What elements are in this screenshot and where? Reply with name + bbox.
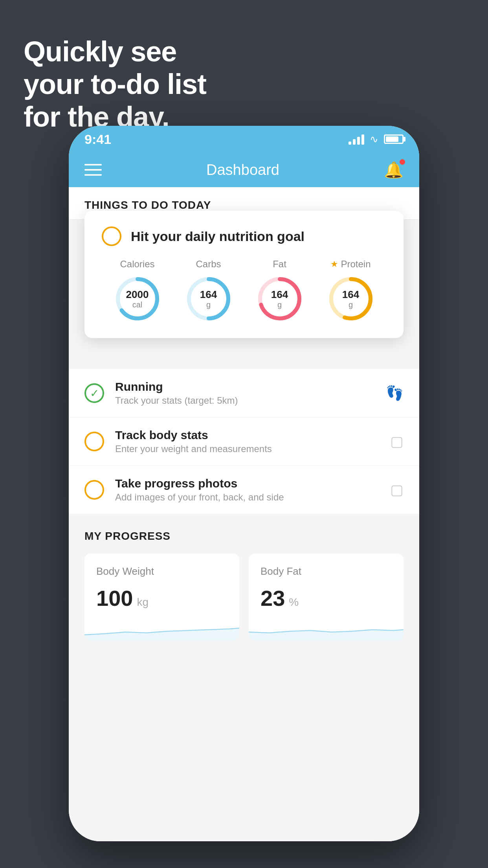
- progress-section: MY PROGRESS Body Weight 100 kg: [69, 530, 419, 641]
- wifi-icon: ∿: [370, 133, 378, 145]
- protein-item: ★Protein 164 g: [327, 259, 374, 322]
- body-weight-unit: kg: [137, 596, 149, 609]
- protein-value: 164: [342, 289, 359, 300]
- body-weight-number: 100: [96, 585, 133, 611]
- svg-marker-8: [84, 628, 239, 641]
- running-main: Running: [115, 380, 375, 394]
- body-stats-main: Track body stats: [115, 428, 379, 442]
- carbs-donut: 164 g: [185, 275, 232, 322]
- status-bar: 9:41 ∿: [69, 126, 419, 153]
- fat-donut: 164 g: [256, 275, 303, 322]
- nutrition-title: Hit your daily nutrition goal: [131, 229, 305, 244]
- running-text: Running Track your stats (target: 5km): [115, 380, 375, 406]
- body-fat-unit: %: [289, 596, 299, 609]
- section-title: THINGS TO DO TODAY: [84, 199, 404, 211]
- nutrition-check-circle[interactable]: [102, 226, 121, 246]
- progress-photos-sub: Add images of your front, back, and side: [115, 492, 379, 503]
- signal-icon: [349, 134, 364, 145]
- body-fat-title: Body Fat: [261, 565, 392, 577]
- body-stats-check-circle[interactable]: [84, 432, 104, 451]
- body-fat-number: 23: [261, 585, 285, 611]
- nav-bar: Dashboard 🔔: [69, 153, 419, 187]
- calories-label: Calories: [120, 259, 154, 270]
- notification-dot: [400, 159, 405, 165]
- progress-photos-text: Take progress photos Add images of your …: [115, 477, 379, 503]
- progress-photos-check-circle[interactable]: [84, 480, 104, 500]
- fat-value: 164: [271, 289, 288, 300]
- nutrition-card[interactable]: Hit your daily nutrition goal Calories 2…: [84, 211, 404, 338]
- status-time: 9:41: [84, 132, 111, 147]
- hamburger-menu-button[interactable]: [84, 164, 102, 176]
- body-fat-card[interactable]: Body Fat 23 %: [249, 554, 404, 641]
- person-icon: ▢: [390, 482, 404, 498]
- status-icons: ∿: [349, 133, 404, 145]
- progress-cards: Body Weight 100 kg Body Fat: [84, 554, 404, 641]
- fat-label: Fat: [273, 259, 286, 270]
- body-weight-chart: [84, 617, 239, 641]
- main-content: THINGS TO DO TODAY Hit your daily nutrit…: [69, 187, 419, 841]
- nav-title: Dashboard: [206, 162, 279, 178]
- nutrition-header: Hit your daily nutrition goal: [102, 226, 386, 246]
- running-check-circle[interactable]: ✓: [84, 383, 104, 403]
- body-weight-value: 100 kg: [96, 585, 227, 611]
- notification-bell-button[interactable]: 🔔: [384, 161, 404, 179]
- calories-donut: 2000 cal: [114, 275, 161, 322]
- todo-item-body-stats[interactable]: Track body stats Enter your weight and m…: [69, 417, 419, 466]
- fat-item: Fat 164 g: [256, 259, 303, 322]
- body-fat-value: 23 %: [261, 585, 392, 611]
- calories-value: 2000: [126, 289, 149, 300]
- body-stats-text: Track body stats Enter your weight and m…: [115, 428, 379, 454]
- nutrition-circles: Calories 2000 cal Carbs: [102, 259, 386, 322]
- checkmark-icon: ✓: [90, 387, 99, 400]
- body-weight-title: Body Weight: [96, 565, 227, 577]
- calories-item: Calories 2000 cal: [114, 259, 161, 322]
- protein-donut: 164 g: [327, 275, 374, 322]
- protein-label: ★Protein: [330, 259, 371, 270]
- todo-item-running[interactable]: ✓ Running Track your stats (target: 5km)…: [69, 369, 419, 417]
- running-sub: Track your stats (target: 5km): [115, 395, 375, 406]
- body-fat-chart: [249, 617, 404, 641]
- scale-icon: ▢: [390, 433, 404, 450]
- carbs-unit: g: [200, 300, 217, 309]
- progress-photos-main: Take progress photos: [115, 477, 379, 490]
- body-stats-sub: Enter your weight and measurements: [115, 443, 379, 454]
- calories-unit: cal: [126, 300, 149, 309]
- star-icon: ★: [330, 259, 338, 269]
- shoe-icon: 👣: [386, 385, 404, 401]
- todo-list: ✓ Running Track your stats (target: 5km)…: [69, 369, 419, 514]
- progress-section-title: MY PROGRESS: [84, 530, 404, 542]
- carbs-value: 164: [200, 289, 217, 300]
- body-weight-card[interactable]: Body Weight 100 kg: [84, 554, 239, 641]
- todo-item-progress-photos[interactable]: Take progress photos Add images of your …: [69, 466, 419, 514]
- protein-unit: g: [342, 300, 359, 309]
- carbs-label: Carbs: [196, 259, 221, 270]
- headline: Quickly see your to-do list for the day.: [24, 35, 206, 133]
- battery-icon: [384, 134, 404, 144]
- carbs-item: Carbs 164 g: [185, 259, 232, 322]
- fat-unit: g: [271, 300, 288, 309]
- phone-shell: 9:41 ∿ Dashboard 🔔 THINGS TO: [69, 126, 419, 841]
